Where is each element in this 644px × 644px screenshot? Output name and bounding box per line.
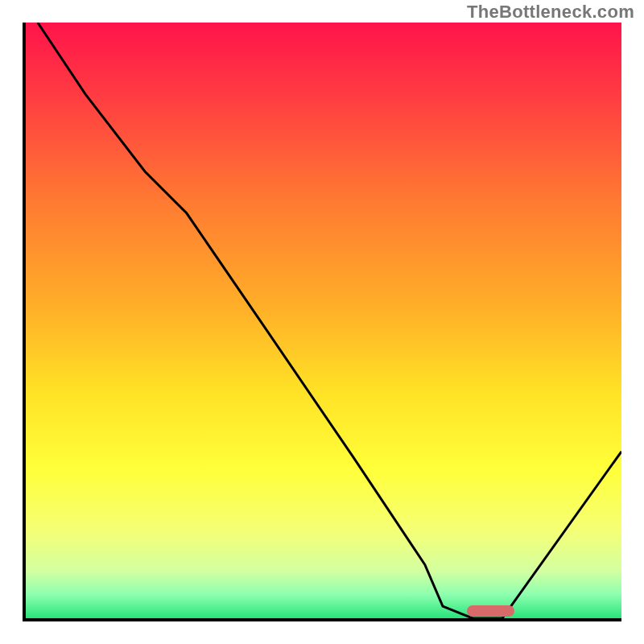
plot-area [23,23,621,621]
svg-rect-0 [26,23,621,618]
watermark-text: TheBottleneck.com [467,2,634,23]
optimal-marker [467,605,514,617]
background-gradient [26,23,621,618]
chart-container: TheBottleneck.com [0,0,644,644]
